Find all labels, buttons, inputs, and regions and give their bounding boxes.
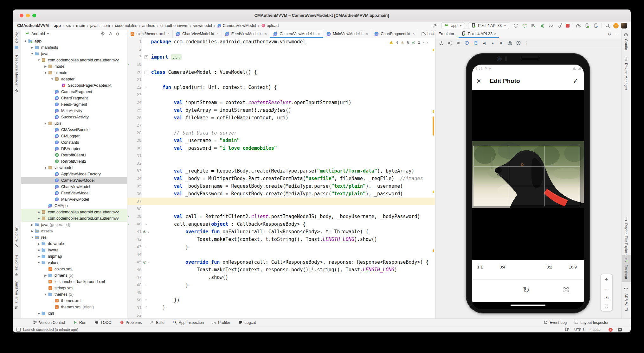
tree-item-cmlogger[interactable]: CCMLogger — [21, 133, 127, 139]
code-line-29[interactable]: 29 val _username = "admin" — [127, 137, 435, 144]
tree-item-ic-launcher-background-xml[interactable]: </>ic_launcher_background.xml — [21, 279, 127, 285]
chevron-down-icon[interactable]: ▼ — [43, 122, 48, 125]
home-icon[interactable]: ● — [490, 40, 496, 46]
target-icon[interactable] — [100, 31, 106, 36]
tool-strip-gradle[interactable]: Gradle — [622, 32, 631, 50]
gauge-icon[interactable] — [549, 23, 554, 28]
tree-item-cameraviewmodel[interactable]: CCameraViewModel — [21, 177, 127, 184]
tree-item-dbadapter[interactable]: CDBAdapter — [21, 146, 127, 152]
zoom-reset-button[interactable]: 1:1 — [604, 296, 609, 300]
emulator-device-tab[interactable]: Pixel 4 API 33 × — [459, 30, 499, 38]
tree-item-com-codemobiles-android-cmauthenmvv[interactable]: ▶com.codemobiles.android.cmauthenmvv — [21, 209, 127, 215]
elephant-icon[interactable] — [576, 23, 581, 28]
tab-night-themes-xml[interactable]: </>night/themes.xml× — [127, 30, 173, 38]
tree-item-themes[interactable]: ▼themes (2) — [21, 291, 127, 298]
tree-item-mainviewmodel[interactable]: CMainViewModel — [21, 196, 127, 203]
fold-region-end-icon[interactable]: ⌃ — [145, 243, 147, 251]
phone-check-icon[interactable] — [584, 23, 589, 28]
volume-down-icon[interactable] — [456, 40, 461, 46]
chevron-down-icon[interactable]: ▼ — [50, 78, 55, 81]
breadcrumb-item[interactable]: main — [76, 23, 85, 28]
collapse-icon[interactable] — [108, 31, 113, 36]
search-icon[interactable] — [604, 22, 611, 29]
tree-item-constants[interactable]: CConstants — [21, 139, 127, 146]
crop-scale-button[interactable] — [563, 287, 569, 294]
rotate-button[interactable]: ↻ — [523, 285, 530, 295]
breadcrumb-item[interactable]: java — [90, 23, 98, 28]
breadcrumb-item[interactable]: CCameraViewModel — [217, 23, 256, 28]
fold-region-start-icon[interactable]: ⌄ — [145, 220, 147, 228]
code-line-45[interactable]: 45⌄ override fun onResponse(call: Call<R… — [127, 258, 435, 266]
tab-build-g[interactable]: build.g× — [418, 30, 435, 38]
chevron-down-icon[interactable]: ▼ — [30, 52, 35, 55]
tool-window-button-build[interactable]: Build — [150, 320, 164, 325]
tab-mainviewmodel-kt[interactable]: CMainViewModel.kt× — [323, 30, 371, 38]
tree-item-viewmodel[interactable]: ▼viewmodel — [21, 165, 127, 171]
volume-up-icon[interactable] — [448, 41, 453, 46]
run-configuration-dropdown[interactable]: app ▼ — [441, 22, 465, 29]
rotate-left-icon[interactable] — [465, 41, 470, 46]
tree-item-res[interactable]: ▼res — [21, 234, 127, 241]
volume-up-icon[interactable] — [447, 40, 453, 46]
code-line-31[interactable]: 31 — [127, 152, 435, 160]
snapshots-icon[interactable] — [516, 40, 521, 46]
chevron-right-icon[interactable]: ▶ — [36, 217, 41, 220]
tool-strip-device-manager[interactable]: Device Manager — [622, 56, 631, 90]
code-line-25[interactable]: 25 val byteArray = inputStream!!.readByt… — [127, 106, 435, 114]
tool-strip-adb-wi-fi[interactable]: ADB Wi-Fi — [622, 287, 631, 311]
power-icon[interactable] — [439, 41, 444, 46]
tree-item-retrofitclient2[interactable]: ORetrofitClient2 — [21, 158, 127, 165]
camera-icon[interactable] — [507, 40, 513, 46]
code-line-39[interactable]: ❭39 val call = RetrofitClient2.client.po… — [127, 213, 435, 220]
code-line-32[interactable]: 32 — [127, 160, 435, 167]
gear-icon[interactable]: ⚙ — [116, 32, 119, 36]
tool-strip-build-variants[interactable]: Build Variants — [13, 281, 21, 310]
tool-window-button-todo[interactable]: TODO — [94, 320, 111, 325]
fold-expand-icon[interactable]: + — [145, 55, 148, 59]
code-line-41[interactable]: 41⌄ override fun onFailure(call: Call<Re… — [127, 228, 435, 236]
chevron-down-icon[interactable]: ▼ — [36, 59, 41, 62]
chevron-down-icon[interactable]: ▼ — [43, 166, 48, 169]
overview-icon[interactable]: ■ — [499, 40, 504, 46]
override-method-icon[interactable] — [143, 230, 146, 234]
notifications-icon[interactable] — [618, 328, 622, 331]
next-problem-icon[interactable]: ∨ — [427, 41, 429, 44]
rotate-right-icon[interactable] — [473, 41, 478, 46]
code-line-26[interactable]: 26 val fileName = getFileName(context, u… — [127, 114, 435, 122]
code-line-43[interactable]: 43⌃ } — [127, 243, 435, 251]
code-line-20[interactable]: 20−class CameraViewModel : ViewModel() { — [127, 68, 435, 76]
breadcrumb-item[interactable]: cmauthenmvvm — [160, 23, 188, 28]
tree-item-feedfragment[interactable]: CFeedFragment — [21, 101, 127, 108]
tree-item-strings-xml[interactable]: </>strings.xml — [21, 285, 127, 291]
tree-item-dimens[interactable]: ▶dimens (5) — [21, 272, 127, 279]
code-line-30[interactable]: 30 val _password = "i love codemobiles" — [127, 144, 435, 152]
fold-region-end-icon[interactable]: ⌃ — [145, 281, 147, 289]
fold-region-end-icon[interactable]: ⌃ — [145, 296, 147, 304]
code-line-44[interactable]: 44 — [127, 251, 435, 258]
chevron-right-icon[interactable]: ▶ — [36, 242, 41, 245]
tree-item-com-codemobiles-android-cmauthenmvv[interactable]: ▼com.codemobiles.android.cmauthenmvv — [21, 57, 127, 63]
tree-item-java[interactable]: ▶java (generated) — [21, 222, 127, 228]
close-tab-icon[interactable]: × — [265, 32, 267, 36]
bug-arrow-icon[interactable] — [557, 22, 563, 29]
fold-region-start-icon[interactable]: ⌄ — [147, 258, 150, 266]
tab-chartviewmodel-kt[interactable]: CChartViewModel.kt× — [173, 30, 222, 38]
hide-panel-icon[interactable]: ─ — [615, 32, 618, 36]
aspect-ratio-1-1[interactable]: 1:1 — [477, 265, 483, 269]
chevron-right-icon[interactable]: ▶ — [30, 46, 35, 49]
code-line-33[interactable]: 33 val _reqFile = RequestBody.create(Med… — [127, 167, 435, 175]
line-ending-indicator[interactable]: LF — [565, 328, 569, 331]
volume-down-icon[interactable] — [456, 41, 461, 46]
breadcrumb-item[interactable]: codemobiles — [115, 23, 137, 28]
tool-strip-emulator[interactable]: Emulator — [622, 255, 631, 282]
code-line-23[interactable]: 23 — [127, 91, 435, 99]
fit-to-window-button[interactable] — [604, 304, 609, 309]
runlist-icon[interactable] — [530, 22, 537, 29]
chevron-right-icon[interactable]: ▶ — [43, 274, 48, 277]
tree-item-values[interactable]: ▼values — [21, 260, 127, 266]
more-icon[interactable]: ⋮ — [524, 40, 530, 46]
code-line-51[interactable]: 51⌃ } — [127, 304, 435, 312]
confirm-button[interactable]: ✓ — [573, 77, 578, 85]
tool-window-button-run[interactable]: Run — [73, 320, 86, 325]
tree-item-themes-xml[interactable]: </>themes.xml (night) — [21, 304, 127, 310]
